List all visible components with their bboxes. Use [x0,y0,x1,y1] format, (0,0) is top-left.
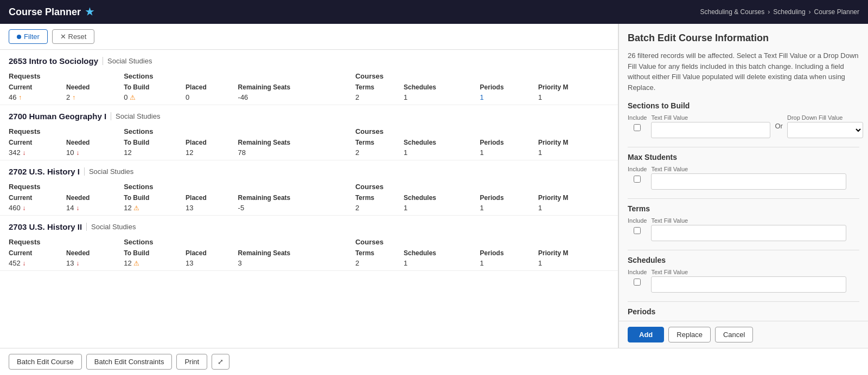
include-checkbox-ms[interactable] [628,176,647,183]
periods-link-2653[interactable]: 1 [480,93,484,101]
col-periods: Periods [480,82,538,93]
breadcrumb-sep2: › [809,8,811,16]
include-checkbox-sched[interactable] [628,279,647,286]
requests-header: Requests [9,71,124,82]
val-remaining-2700: 78 [238,148,355,157]
current-down-icon-2702: ↓ [22,204,25,212]
val-schedules-2703: 1 [404,259,480,267]
col-priority: Priority M [538,82,609,93]
col-to-build-2703: To Build [124,248,186,259]
val-remaining-2702: -5 [238,204,355,212]
val-placed-2703: 13 [186,259,238,267]
course-category-2703: Social Studies [86,223,136,231]
breadcrumb-scheduling-courses[interactable]: Scheduling & Courses [700,8,764,16]
include-checkbox-stb[interactable] [628,124,647,131]
col-priority-2700: Priority M [538,138,609,148]
val-priority-2700: 1 [538,148,609,157]
col-needed: Needed [66,82,124,93]
course-id-name-2702: 2702 U.S. History I [9,167,80,176]
col-terms-2703: Terms [355,248,404,259]
val-current-2700: 342 ↓ [9,148,66,157]
replace-button[interactable]: Replace [668,327,711,342]
text-fill-input-stb[interactable] [651,122,770,138]
course-category-2702: Social Studies [84,167,133,176]
dropdown-fill-select-stb[interactable] [787,122,863,138]
requests-header-2703: Requests [9,237,124,248]
requests-header-2702: Requests [9,182,124,193]
course-title-2653: 2653 Intro to Sociology Social Studies [9,56,609,66]
col-needed-2703: Needed [66,248,124,259]
col-priority-2702: Priority M [538,193,609,204]
val-current-2653: 46 ↑ [9,93,66,101]
val-priority-2703: 1 [538,259,609,267]
add-button[interactable]: Add [628,327,664,342]
course-title-2702: 2702 U.S. History I Social Studies [9,167,609,176]
course-section-2653: 2653 Intro to Sociology Social Studies R… [0,50,618,105]
form-row-terms: Include Text Fill Value [628,217,859,241]
reset-button[interactable]: ✕ Reset [52,29,95,44]
favorite-star-icon[interactable]: ★ [85,6,94,18]
text-fill-input-sched[interactable] [651,276,846,293]
panel-description: 26 filtered records will be affected. Se… [628,50,859,93]
text-fill-col-stb: Text Fill Value [651,114,770,138]
filter-button[interactable]: Filter [9,29,48,44]
val-schedules-2702: 1 [404,204,480,212]
form-section-terms: Terms Include Text Fill Value [628,204,859,241]
batch-edit-course-button[interactable]: Batch Edit Course [9,354,82,370]
text-fill-label-ms: Text Fill Value [651,166,846,172]
course-stats-2700: Requests Sections Courses Current Needed… [9,126,609,157]
courses-header-2702: Courses [355,182,609,193]
course-category-2653: Social Studies [103,57,152,65]
course-stats-2702: Requests Sections Courses Current Needed… [9,182,609,212]
needed-down-icon-2703: ↓ [76,260,79,267]
requests-header-2700: Requests [9,126,124,138]
col-priority-2703: Priority M [538,248,609,259]
text-fill-label-stb: Text Fill Value [651,114,770,121]
batch-edit-constraints-button[interactable]: Batch Edit Constraints [86,354,173,370]
course-id-name-2700: 2700 Human Geography I [9,112,106,121]
warn-icon-2653: ⚠ [130,94,136,101]
val-priority-2702: 1 [538,204,609,212]
text-fill-input-ms[interactable] [651,173,846,190]
val-current-2702: 460 ↓ [9,204,66,212]
breadcrumb-sep1: › [768,8,770,16]
text-fill-input-terms[interactable] [651,225,846,241]
val-remaining-2653: -46 [238,93,355,101]
courses-header: Courses [355,71,609,82]
print-button[interactable]: Print [176,354,207,370]
val-tobuild-2702: 12 ⚠ [124,204,186,212]
col-current: Current [9,82,66,93]
text-fill-label-sched: Text Fill Value [651,269,846,275]
or-text-stb: Or [775,122,782,130]
col-placed-2702: Placed [186,193,238,204]
dropdown-fill-label-stb: Drop Down Fill Value [787,114,863,121]
form-section-title-terms: Terms [628,204,859,213]
include-label-ms: Include [628,166,647,172]
col-placed-2703: Placed [186,248,238,259]
main-container: Filter ✕ Reset 2653 Intro to Sociology S… [0,24,868,348]
col-periods-2702: Periods [480,193,538,204]
val-terms-2702: 2 [355,204,404,212]
text-fill-col-ms: Text Fill Value [651,166,846,190]
cancel-button[interactable]: Cancel [715,327,753,342]
col-terms-2702: Terms [355,193,404,204]
title-text: Course Planner [9,7,81,18]
breadcrumb-scheduling[interactable]: Scheduling [773,8,805,16]
warn-icon-2703: ⚠ [133,260,139,267]
courses-header-2703: Courses [355,237,609,248]
right-panel: Batch Edit Course Information 26 filtere… [618,24,868,348]
include-checkbox-terms[interactable] [628,227,647,234]
breadcrumb-course-planner[interactable]: Course Planner [814,8,859,16]
left-panel: Filter ✕ Reset 2653 Intro to Sociology S… [0,24,618,348]
col-schedules-2703: Schedules [404,248,480,259]
expand-button[interactable]: ⤢ [212,354,229,370]
filter-label: Filter [24,33,40,41]
warn-icon-2702: ⚠ [133,204,139,212]
sections-header: Sections [124,71,355,82]
form-row-schedules: Include Text Fill Value [628,269,859,293]
val-placed-2702: 13 [186,204,238,212]
dropdown-col-stb: Drop Down Fill Value [787,114,863,138]
val-schedules-2700: 1 [404,148,480,157]
val-needed-2653: 2 ↑ [66,93,124,101]
val-periods-2653: 1 [480,93,538,101]
